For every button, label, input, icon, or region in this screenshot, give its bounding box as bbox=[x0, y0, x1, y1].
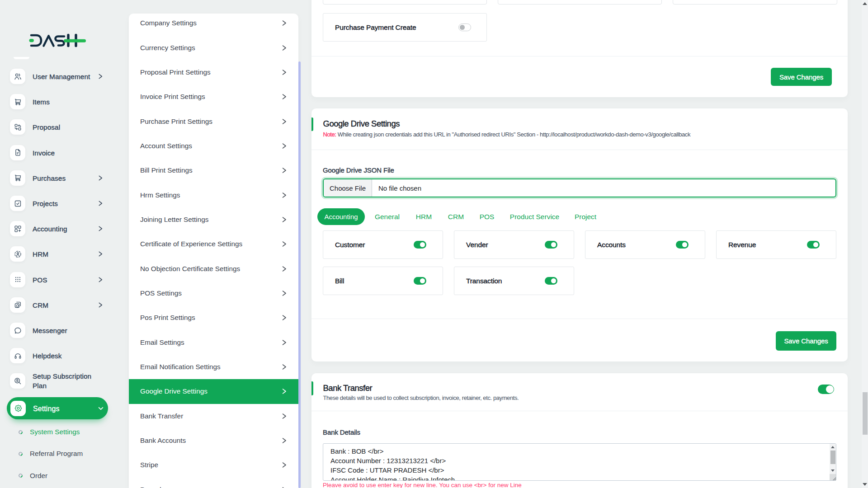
scroll-up-icon[interactable] bbox=[863, 2, 867, 5]
settings-menu-item-bank-transfer[interactable]: Bank Transfer bbox=[129, 404, 298, 428]
sidebar-subitem-referral-program[interactable]: Referral Program bbox=[0, 443, 115, 465]
sidebar-subitem-order[interactable]: Order bbox=[0, 465, 115, 487]
bank-details-field-wrap bbox=[323, 443, 836, 481]
chevron-right-icon bbox=[281, 364, 288, 371]
tab-hrm[interactable]: HRM bbox=[416, 213, 432, 221]
chevron-right-icon bbox=[281, 339, 288, 346]
module-toggle-box-revenue: Revenue bbox=[716, 230, 836, 259]
note-label: Note: bbox=[323, 131, 336, 138]
tab-project[interactable]: Project bbox=[575, 213, 596, 221]
module-toggle-bill[interactable] bbox=[414, 277, 426, 285]
module-label-bill: Bill bbox=[335, 277, 344, 285]
settings-menu-item-bill-print-settings[interactable]: Bill Print Settings bbox=[129, 158, 298, 183]
dots-grid-icon bbox=[10, 272, 25, 287]
tab-pos[interactable]: POS bbox=[480, 213, 495, 221]
sidebar-item-label: Items bbox=[33, 97, 96, 107]
settings-menu-item-invoice-print-settings[interactable]: Invoice Print Settings bbox=[129, 84, 298, 109]
module-toggle-revenue[interactable] bbox=[807, 241, 820, 249]
purchase-payment-create-toggle[interactable] bbox=[458, 23, 471, 31]
settings-menu-item-no-objection-certificate-settings[interactable]: No Objection Certificate Settings bbox=[129, 257, 298, 281]
settings-menu-item-stripe[interactable]: Stripe bbox=[129, 453, 298, 477]
tab-general[interactable]: General bbox=[375, 213, 400, 221]
chevron-right-icon bbox=[281, 462, 288, 469]
module-toggle-vender[interactable] bbox=[545, 241, 557, 249]
toggle-knob bbox=[460, 25, 464, 29]
settings-menu-scrollbar[interactable] bbox=[298, 61, 301, 488]
settings-menu-item-paypal[interactable]: Paypal bbox=[129, 478, 298, 488]
textarea-scrollbar[interactable] bbox=[830, 444, 836, 474]
chevron-right-icon bbox=[281, 314, 288, 321]
settings-menu-item-company-settings[interactable]: Company Settings bbox=[129, 14, 298, 35]
module-label-customer: Customer bbox=[335, 241, 365, 249]
save-changes-button-purchase[interactable]: Save Changes bbox=[771, 68, 832, 86]
sidebar-item-user-management[interactable]: User Management bbox=[0, 64, 115, 89]
cart-icon bbox=[10, 170, 25, 186]
chevron-right-icon bbox=[281, 413, 288, 419]
sidebar-item-invoice[interactable]: Invoice bbox=[0, 140, 115, 165]
file-status-text: No file chosen bbox=[378, 184, 421, 192]
sidebar-item-pos[interactable]: POS bbox=[0, 267, 115, 292]
chevron-right-icon bbox=[281, 437, 288, 444]
settings-menu-item-joining-letter-settings[interactable]: Joining Letter Settings bbox=[129, 207, 298, 232]
cut-menu-tile bbox=[14, 57, 29, 59]
sidebar-item-label: Accounting bbox=[33, 224, 96, 234]
chevron-right-icon bbox=[281, 241, 288, 248]
google-drive-note: Note: While creating json credentials ad… bbox=[323, 131, 691, 138]
settings-menu-item-pos-print-settings[interactable]: Pos Print Settings bbox=[129, 305, 298, 330]
settings-menu-item-label: Email Notification Settings bbox=[140, 363, 221, 371]
scrollbar-thumb[interactable] bbox=[863, 392, 868, 435]
tab-crm[interactable]: CRM bbox=[448, 213, 464, 221]
sidebar-item-projects[interactable]: Projects bbox=[0, 191, 115, 216]
window-scrollbar[interactable] bbox=[862, 0, 868, 488]
settings-menu-item-account-settings[interactable]: Account Settings bbox=[129, 134, 298, 158]
bank-transfer-title: Bank Transfer bbox=[323, 384, 373, 392]
settings-menu-item-certificate-of-experience-settings[interactable]: Certificate of Experience Settings bbox=[129, 232, 298, 256]
scroll-up-icon[interactable] bbox=[831, 446, 835, 448]
sidebar-item-proposal[interactable]: Proposal bbox=[0, 114, 115, 140]
tab-product-service[interactable]: Product Service bbox=[510, 213, 559, 221]
settings-menu-item-google-drive-settings[interactable]: Google Drive Settings bbox=[129, 379, 298, 404]
settings-menu-item-currency-settings[interactable]: Currency Settings bbox=[129, 35, 298, 60]
gear-icon bbox=[10, 401, 26, 416]
save-changes-button-google-drive[interactable]: Save Changes bbox=[776, 331, 836, 351]
sidebar-item-hrm[interactable]: HRM bbox=[0, 241, 115, 267]
module-toggle-customer[interactable] bbox=[414, 241, 426, 249]
sidebar-subitem-system-settings[interactable]: System Settings bbox=[0, 421, 115, 443]
settings-menu-item-label: Stripe bbox=[140, 461, 158, 469]
settings-menu-item-purchase-print-settings[interactable]: Purchase Print Settings bbox=[129, 109, 298, 133]
bullet-ring-icon bbox=[18, 429, 24, 435]
module-toggle-transaction[interactable] bbox=[545, 277, 557, 285]
chevron-right-icon bbox=[281, 142, 288, 149]
chevron-right-icon bbox=[97, 200, 104, 206]
scroll-down-icon[interactable] bbox=[831, 469, 835, 472]
sidebar-item-messenger[interactable]: Messenger bbox=[0, 318, 115, 343]
cut-toggle-box-2 bbox=[498, 0, 662, 5]
sidebar-item-accounting[interactable]: Accounting bbox=[0, 216, 115, 241]
settings-menu-item-bank-accounts[interactable]: Bank Accounts bbox=[129, 428, 298, 453]
sidebar-item-items[interactable]: Items bbox=[0, 89, 115, 114]
sidebar-item-crm[interactable]: CRM bbox=[0, 292, 115, 318]
settings-menu-item-email-settings[interactable]: Email Settings bbox=[129, 330, 298, 355]
scroll-down-icon[interactable] bbox=[863, 483, 867, 486]
module-toggle-accounts[interactable] bbox=[676, 241, 689, 249]
settings-menu-item-pos-settings[interactable]: POS Settings bbox=[129, 281, 298, 305]
purchase-payment-create-label: Purchase Payment Create bbox=[335, 23, 416, 32]
sidebar-item-settings[interactable]: Settings bbox=[7, 397, 108, 419]
sidebar-item-setup-subscription-plan[interactable]: Setup Subscription Plan bbox=[0, 368, 115, 394]
sidebar-item-helpdesk[interactable]: Helpdesk bbox=[0, 343, 115, 368]
note-text: While creating json credentials add this… bbox=[338, 131, 690, 138]
settings-menu-item-email-notification-settings[interactable]: Email Notification Settings bbox=[129, 355, 298, 379]
bank-details-textarea[interactable] bbox=[323, 443, 836, 481]
choose-file-button[interactable]: Choose File bbox=[324, 179, 372, 197]
google-drive-json-file-input[interactable]: Choose File No file chosen bbox=[323, 178, 836, 197]
sidebar-item-label: User Management bbox=[33, 72, 96, 81]
tab-accounting[interactable]: Accounting bbox=[317, 208, 365, 225]
textarea-resize-handle[interactable] bbox=[830, 474, 836, 480]
sidebar-item-purchases[interactable]: Purchases bbox=[0, 165, 115, 191]
module-toggle-box-customer: Customer bbox=[323, 230, 443, 259]
sidebar-item-label: HRM bbox=[33, 249, 96, 259]
scrollbar-thumb[interactable] bbox=[830, 450, 835, 464]
bank-transfer-toggle[interactable] bbox=[818, 385, 834, 394]
settings-menu-item-proposal-print-settings[interactable]: Proposal Print Settings bbox=[129, 60, 298, 84]
settings-menu-item-hrm-settings[interactable]: Hrm Settings bbox=[129, 183, 298, 207]
